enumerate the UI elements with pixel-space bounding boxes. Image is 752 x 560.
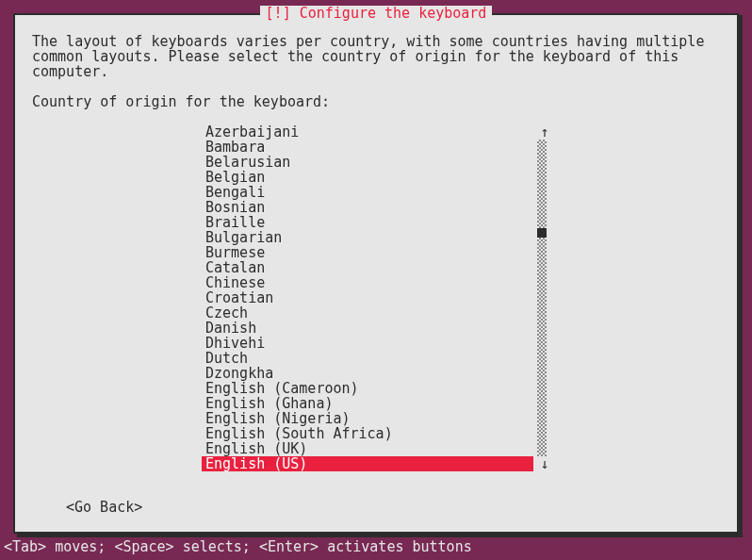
scroll-down-arrow-icon[interactable]: ↓ xyxy=(537,456,552,471)
list-item[interactable]: Dutch xyxy=(202,351,560,366)
list-item[interactable]: Bulgarian xyxy=(202,230,560,245)
country-list[interactable]: AzerbaijaniBambaraBelarusianBelgianBenga… xyxy=(202,124,560,471)
list-item[interactable]: Chinese xyxy=(202,275,560,290)
list-item[interactable]: English (Cameroon) xyxy=(202,381,560,396)
list-item[interactable]: English (Nigeria) xyxy=(202,411,560,426)
list-item[interactable]: Dzongkha xyxy=(202,366,560,381)
dialog-title: [!] Configure the keyboard xyxy=(260,6,493,21)
list-item[interactable]: Bosnian xyxy=(202,200,560,215)
scroll-up-arrow-icon[interactable]: ↑ xyxy=(537,124,552,140)
list-item[interactable]: Azerbaijani xyxy=(202,124,560,140)
dialog-window: [!] Configure the keyboard The layout of… xyxy=(13,13,739,534)
scrollbar-thumb[interactable] xyxy=(537,228,547,238)
list-item[interactable]: English (Ghana) xyxy=(202,396,560,411)
list-item[interactable]: Croatian xyxy=(202,290,560,305)
list-item[interactable]: Burmese xyxy=(202,245,560,260)
scrollbar-track[interactable] xyxy=(537,140,547,456)
window-shadow xyxy=(739,15,743,537)
go-back-button[interactable]: <Go Back> xyxy=(66,500,720,515)
list-item[interactable]: Braille xyxy=(202,215,560,230)
description-text: The layout of keyboards varies per count… xyxy=(32,34,720,79)
list-item[interactable]: English (UK) xyxy=(202,441,560,456)
list-item[interactable]: Bengali xyxy=(202,185,560,200)
list-item[interactable]: Belgian xyxy=(202,170,560,185)
prompt-label: Country of origin for the keyboard: xyxy=(32,94,720,109)
list-item[interactable]: Bambara xyxy=(202,140,560,155)
footer-hint: <Tab> moves; <Space> selects; <Enter> ac… xyxy=(4,539,472,554)
list-item[interactable]: Catalan xyxy=(202,260,560,275)
list-item[interactable]: English (South Africa) xyxy=(202,426,560,441)
list-item[interactable]: Belarusian xyxy=(202,155,560,170)
list-item[interactable]: Czech xyxy=(202,305,560,321)
list-item[interactable]: Danish xyxy=(202,321,560,336)
list-item[interactable]: English (US) xyxy=(202,456,533,471)
list-item[interactable]: Dhivehi xyxy=(202,336,560,351)
window-shadow xyxy=(17,534,743,537)
